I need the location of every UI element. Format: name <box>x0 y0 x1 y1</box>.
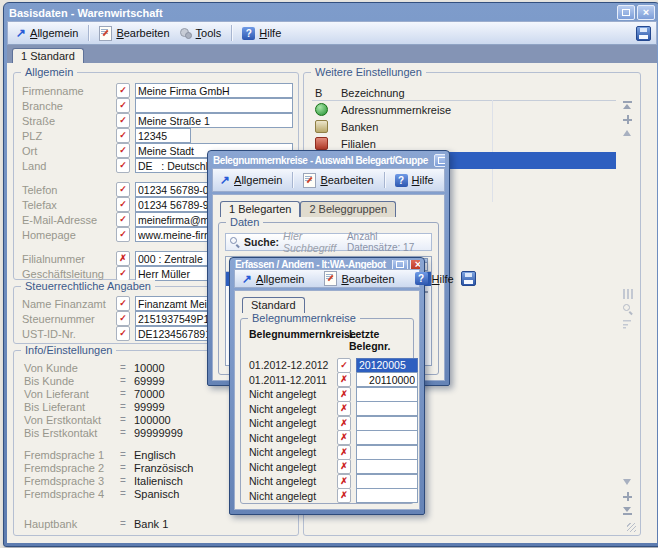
column-header-bezeichnung[interactable]: Bezeichnung <box>341 87 616 99</box>
letzte-belegnr-input[interactable] <box>356 372 418 387</box>
settings-row-label: Banken <box>341 121 616 133</box>
scroll-to-top-icon[interactable] <box>622 101 633 110</box>
sort-icon[interactable] <box>623 319 633 329</box>
field-edit-icon[interactable] <box>116 227 130 242</box>
field-label: Straße <box>22 115 116 127</box>
search-icon[interactable] <box>623 304 633 314</box>
menu-bearbeiten[interactable]: Bearbeiten <box>321 270 397 287</box>
dialog1-title: Belegnummernkreise - Auswahl Belegart/Gr… <box>213 155 428 166</box>
info-label: Von Erstkontakt <box>24 414 120 426</box>
menu-bearbeiten[interactable]: Bearbeiten <box>300 172 376 189</box>
field-edit-icon[interactable] <box>116 296 130 311</box>
field-edit-icon[interactable] <box>116 251 130 266</box>
letzte-belegnr-input[interactable] <box>356 445 418 460</box>
field-edit-icon[interactable] <box>337 372 351 387</box>
letzte-belegnr-input[interactable] <box>356 474 418 489</box>
main-titlebar[interactable]: Basisdaten - Warenwirtschaft <box>7 3 657 21</box>
scroll-plus-icon[interactable] <box>622 115 633 124</box>
field-input[interactable] <box>135 113 293 128</box>
info-label: Bis Kunde <box>24 375 120 387</box>
search-label: Suche: <box>244 236 279 248</box>
row-icon-cell <box>312 103 341 116</box>
field-edit-icon[interactable] <box>337 488 351 503</box>
search-bar[interactable]: Suche: Hier Suchbegriff Anzahl Datensätz… <box>225 233 432 251</box>
restore-icon[interactable] <box>617 5 635 20</box>
field-edit-icon[interactable] <box>116 182 130 197</box>
weitere-grid-header[interactable]: B Bezeichnung <box>312 85 616 101</box>
letzte-belegnr-input[interactable] <box>356 387 418 402</box>
settings-row-label: Adressnummernkreise <box>341 104 616 116</box>
settings-row[interactable]: Adressnummernkreise <box>312 101 616 118</box>
scroll-plus-icon[interactable] <box>622 492 633 501</box>
field-edit-icon[interactable] <box>116 197 130 212</box>
dialog2-titlebar[interactable]: Erfassen / Ändern - lt:WA-Angebot <box>234 260 420 269</box>
close-icon[interactable] <box>637 5 655 20</box>
field-edit-icon[interactable] <box>116 113 130 128</box>
field-edit-icon[interactable] <box>337 401 351 416</box>
scroll-down-icon[interactable] <box>622 478 633 487</box>
menu-bearbeiten[interactable]: Bearbeiten <box>96 25 172 42</box>
letzte-belegnr-input[interactable] <box>356 488 418 503</box>
equals-icon <box>120 414 134 425</box>
equals-icon <box>120 518 134 529</box>
field-edit-icon[interactable] <box>116 98 130 113</box>
dialog1-titlebar[interactable]: Belegnummernkreise - Auswahl Belegart/Gr… <box>212 153 445 168</box>
field-edit-icon[interactable] <box>337 387 351 402</box>
field-edit-icon[interactable] <box>116 83 130 98</box>
nummernkreis-row: Nicht angelegt <box>249 402 405 417</box>
menu-hilfe[interactable]: Hilfe <box>239 26 284 41</box>
field-edit-icon[interactable] <box>116 128 130 143</box>
bearbeiten-notepad-icon <box>99 26 112 41</box>
field-edit-icon[interactable] <box>337 474 351 489</box>
field-edit-icon[interactable] <box>116 158 130 173</box>
menu-tools[interactable]: Tools <box>177 26 225 40</box>
settings-row[interactable]: Banken <box>312 118 616 135</box>
field-edit-icon[interactable] <box>337 459 351 474</box>
save-icon[interactable] <box>636 26 651 41</box>
restore-icon[interactable] <box>392 260 408 269</box>
field-edit-icon[interactable] <box>116 143 130 158</box>
field-input[interactable] <box>135 83 293 98</box>
field-edit-icon[interactable] <box>116 311 130 326</box>
field-edit-icon[interactable] <box>116 326 130 341</box>
field-input[interactable] <box>135 98 293 113</box>
menu-hilfe[interactable]: Hilfe <box>412 271 457 286</box>
resize-grip-icon[interactable] <box>627 523 636 532</box>
field-edit-icon[interactable] <box>337 416 351 431</box>
field-input[interactable] <box>135 128 191 143</box>
save-icon[interactable] <box>461 271 476 286</box>
letzte-belegnr-input[interactable] <box>356 459 418 474</box>
scroll-to-bottom-icon[interactable] <box>622 506 633 515</box>
field-edit-icon[interactable] <box>337 358 351 373</box>
restore-icon[interactable] <box>434 154 445 167</box>
letzte-belegnr-input[interactable] <box>356 401 418 416</box>
field-label: Land <box>22 160 116 172</box>
field-row: Branche <box>22 98 298 113</box>
menu-allgemein[interactable]: Allgemein <box>239 272 307 286</box>
close-icon[interactable] <box>410 260 420 269</box>
columns-icon[interactable] <box>623 289 633 299</box>
menu-hilfe[interactable]: Hilfe <box>392 173 437 188</box>
field-label: Branche <box>22 100 116 112</box>
bearbeiten-notepad-icon <box>303 173 316 188</box>
tab-standard[interactable]: Standard <box>242 297 305 313</box>
settings-row-label: Filialen <box>341 138 616 150</box>
field-edit-icon[interactable] <box>116 212 130 227</box>
menu-allgemein[interactable]: Allgemein <box>13 26 81 40</box>
letzte-belegnr-input[interactable] <box>356 358 418 373</box>
tab-belegarten[interactable]: 1 Belegarten <box>220 201 300 217</box>
field-edit-icon[interactable] <box>337 430 351 445</box>
search-placeholder[interactable]: Hier Suchbegriff <box>283 230 343 254</box>
nummernkreis-header: Belegnummernkreise Letzte Belegnr. <box>249 328 405 352</box>
field-edit-icon[interactable] <box>116 266 130 281</box>
column-header-b[interactable]: B <box>312 87 341 99</box>
group-steuer-title: Steuerrechtliche Angaben <box>21 280 155 292</box>
field-row: PLZ <box>22 128 298 143</box>
tab-beleggruppen[interactable]: 2 Beleggruppen <box>300 201 396 217</box>
menu-allgemein[interactable]: Allgemein <box>217 173 285 187</box>
letzte-belegnr-input[interactable] <box>356 416 418 431</box>
scroll-up-icon[interactable] <box>622 129 633 138</box>
letzte-belegnr-input[interactable] <box>356 430 418 445</box>
tab-standard[interactable]: 1 Standard <box>12 48 84 64</box>
field-edit-icon[interactable] <box>337 445 351 460</box>
